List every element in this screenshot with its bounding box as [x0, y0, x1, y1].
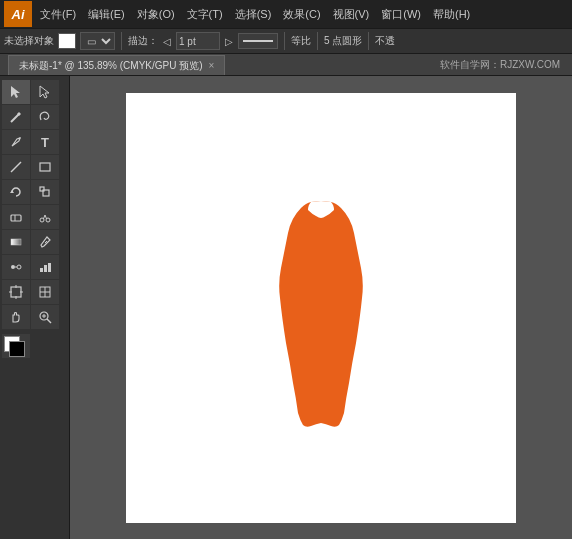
menu-effect[interactable]: 效果(C)	[277, 5, 326, 24]
tool-row-4	[2, 155, 67, 179]
svg-rect-22	[44, 265, 47, 272]
svg-rect-9	[40, 187, 44, 191]
svg-rect-23	[48, 263, 51, 272]
website-label: 软件自学网：RJZXW.COM	[225, 55, 564, 75]
menu-select[interactable]: 选择(S)	[229, 5, 278, 24]
stroke-arrow-right[interactable]: ▷	[225, 36, 233, 47]
direct-selection-tool-btn[interactable]	[31, 80, 59, 104]
object-type-select[interactable]: ▭	[80, 32, 115, 50]
menu-bar: 文件(F) 编辑(E) 对象(O) 文字(T) 选择(S) 效果(C) 视图(V…	[34, 5, 568, 24]
pen-tool-btn[interactable]	[2, 130, 30, 154]
svg-point-18	[11, 265, 15, 269]
lasso-tool-btn[interactable]	[31, 105, 59, 129]
tool-row-1	[2, 80, 67, 104]
tool-row-9	[2, 280, 67, 304]
menu-file[interactable]: 文件(F)	[34, 5, 82, 24]
tool-row-5	[2, 180, 67, 204]
no-object-label: 未选择对象	[4, 34, 54, 48]
svg-marker-7	[10, 190, 14, 193]
ratio-label: 等比	[291, 34, 311, 48]
graph-tool-btn[interactable]	[31, 255, 59, 279]
menu-help[interactable]: 帮助(H)	[427, 5, 476, 24]
toolbar: T	[0, 76, 70, 539]
menu-view[interactable]: 视图(V)	[327, 5, 376, 24]
stroke-arrow-left[interactable]: ◁	[163, 36, 171, 47]
fill-swatch-btn[interactable]	[2, 334, 30, 358]
dress-shape[interactable]	[246, 188, 396, 428]
gradient-tool-btn[interactable]	[2, 230, 30, 254]
svg-rect-24	[11, 287, 21, 297]
tool-row-7	[2, 230, 67, 254]
separator-4	[368, 32, 369, 50]
menu-edit[interactable]: 编辑(E)	[82, 5, 131, 24]
tool-row-10	[2, 305, 67, 329]
svg-rect-10	[11, 215, 21, 221]
artboard-tool-btn[interactable]	[2, 280, 30, 304]
opacity-label: 不透	[375, 34, 395, 48]
separator-1	[121, 32, 122, 50]
titlebar: Ai 文件(F) 编辑(E) 对象(O) 文字(T) 选择(S) 效果(C) 视…	[0, 0, 572, 28]
svg-line-33	[47, 319, 51, 323]
selection-tool-btn[interactable]	[2, 80, 30, 104]
svg-rect-16	[11, 239, 21, 245]
svg-line-15	[45, 215, 47, 219]
canvas-background[interactable]	[126, 93, 516, 523]
svg-rect-21	[40, 268, 43, 272]
canvas-area	[70, 76, 572, 539]
stroke-line-preview	[238, 33, 278, 49]
separator-2	[284, 32, 285, 50]
tool-row-8	[2, 255, 67, 279]
main-area: T	[0, 76, 572, 539]
svg-point-19	[17, 265, 21, 269]
tool-row-6	[2, 205, 67, 229]
document-tab[interactable]: 未标题-1* @ 135.89% (CMYK/GPU 预览) ×	[8, 55, 225, 75]
tool-row-2	[2, 105, 67, 129]
menu-object[interactable]: 对象(O)	[131, 5, 181, 24]
eraser-tool-btn[interactable]	[2, 205, 30, 229]
svg-marker-1	[40, 86, 49, 98]
svg-line-2	[11, 114, 19, 122]
scissors-tool-btn[interactable]	[31, 205, 59, 229]
svg-line-5	[11, 162, 21, 172]
eyedropper-tool-btn[interactable]	[31, 230, 59, 254]
menu-window[interactable]: 窗口(W)	[375, 5, 427, 24]
hand-tool-btn[interactable]	[2, 305, 30, 329]
zoom-tool-btn[interactable]	[31, 305, 59, 329]
magic-wand-tool-btn[interactable]	[2, 105, 30, 129]
blend-tool-btn[interactable]	[2, 255, 30, 279]
tab-close-button[interactable]: ×	[209, 60, 215, 71]
slice-tool-btn[interactable]	[31, 280, 59, 304]
rotate-tool-btn[interactable]	[2, 180, 30, 204]
separator-3	[317, 32, 318, 50]
scale-tool-btn[interactable]	[31, 180, 59, 204]
rectangle-tool-btn[interactable]	[31, 155, 59, 179]
fill-color-swatch[interactable]	[58, 33, 76, 49]
type-tool-btn[interactable]: T	[31, 130, 59, 154]
menu-type[interactable]: 文字(T)	[181, 5, 229, 24]
tool-row-3: T	[2, 130, 67, 154]
tab-title: 未标题-1* @ 135.89% (CMYK/GPU 预览)	[19, 59, 203, 73]
color-swatches-row	[2, 334, 67, 358]
points-label: 5 点圆形	[324, 34, 362, 48]
svg-rect-6	[40, 163, 50, 171]
stroke-value-input[interactable]	[176, 32, 220, 50]
controlbar: 未选择对象 ▭ 描边： ◁ ▷ 等比 5 点圆形 不透	[0, 28, 572, 54]
type-icon: T	[41, 135, 49, 150]
svg-marker-0	[11, 86, 20, 98]
stroke-label: 描边：	[128, 34, 158, 48]
tabbar: 未标题-1* @ 135.89% (CMYK/GPU 预览) × 软件自学网：R…	[0, 54, 572, 76]
ai-logo: Ai	[4, 1, 32, 27]
svg-point-4	[19, 138, 21, 140]
line-tool-btn[interactable]	[2, 155, 30, 179]
